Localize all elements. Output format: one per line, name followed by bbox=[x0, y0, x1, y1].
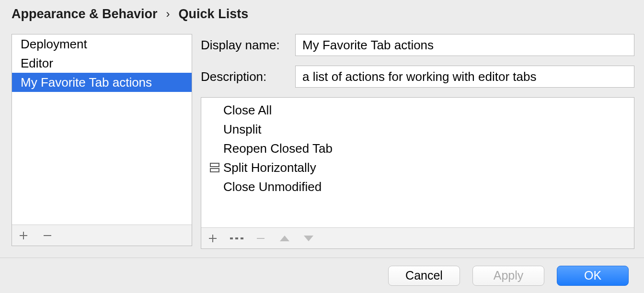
breadcrumb-current: Quick Lists bbox=[179, 7, 249, 22]
action-item-reopen-closed-tab[interactable]: Reopen Closed Tab bbox=[201, 139, 634, 158]
quick-list-item-deployment[interactable]: Deployment bbox=[12, 34, 192, 54]
list-item-label: My Favorite Tab actions bbox=[21, 75, 152, 90]
quick-list-details: Display name: Description: Close All Uns… bbox=[201, 34, 634, 246]
list-item-label: Editor bbox=[21, 56, 53, 71]
actions-panel: Close All Unsplit Reopen Closed Tab bbox=[201, 97, 634, 249]
display-name-row: Display name: bbox=[201, 34, 634, 56]
move-down-button[interactable] bbox=[302, 232, 315, 245]
svg-rect-3 bbox=[235, 237, 238, 239]
action-item-label: Unsplit bbox=[223, 122, 261, 137]
action-item-unsplit[interactable]: Unsplit bbox=[201, 120, 634, 139]
remove-quick-list-button[interactable] bbox=[41, 229, 54, 242]
chevron-right-icon: › bbox=[166, 7, 170, 21]
svg-rect-4 bbox=[241, 237, 243, 239]
ok-button[interactable]: OK bbox=[557, 266, 629, 286]
breadcrumb: Appearance & Behavior › Quick Lists bbox=[12, 7, 248, 22]
action-item-label: Close All bbox=[223, 103, 272, 118]
button-label: OK bbox=[584, 269, 601, 282]
remove-action-button[interactable] bbox=[254, 232, 267, 245]
arrow-up-icon bbox=[279, 235, 290, 242]
quick-lists-toolbar bbox=[12, 225, 192, 246]
button-label: Cancel bbox=[405, 269, 443, 282]
dialog-button-bar: Cancel Apply OK bbox=[0, 258, 644, 293]
add-separator-button[interactable] bbox=[230, 232, 243, 245]
split-horizontal-icon bbox=[206, 162, 223, 173]
quick-lists: Deployment Editor My Favorite Tab action… bbox=[12, 34, 192, 225]
plus-icon bbox=[208, 234, 218, 243]
description-label: Description: bbox=[201, 69, 295, 84]
svg-rect-0 bbox=[210, 163, 219, 167]
plus-icon bbox=[19, 231, 28, 240]
action-item-close-all[interactable]: Close All bbox=[201, 101, 634, 120]
description-input[interactable] bbox=[295, 66, 634, 88]
apply-button[interactable]: Apply bbox=[472, 266, 544, 286]
action-item-label: Split Horizontally bbox=[223, 160, 316, 175]
minus-icon bbox=[43, 231, 52, 240]
arrow-down-icon bbox=[303, 235, 314, 242]
minus-icon bbox=[256, 234, 265, 243]
add-quick-list-button[interactable] bbox=[17, 229, 30, 242]
actions-toolbar bbox=[201, 227, 634, 248]
quick-list-item-my-favorite-tab-actions[interactable]: My Favorite Tab actions bbox=[12, 73, 192, 92]
action-item-label: Close Unmodified bbox=[223, 180, 322, 194]
list-item-label: Deployment bbox=[21, 37, 87, 52]
move-up-button[interactable] bbox=[278, 232, 291, 245]
quick-list-item-editor[interactable]: Editor bbox=[12, 54, 192, 73]
cancel-button[interactable]: Cancel bbox=[388, 266, 460, 286]
description-row: Description: bbox=[201, 66, 634, 88]
svg-rect-2 bbox=[230, 237, 233, 239]
action-item-label: Reopen Closed Tab bbox=[223, 141, 333, 156]
button-label: Apply bbox=[494, 269, 524, 282]
svg-rect-1 bbox=[210, 169, 219, 172]
actions-list: Close All Unsplit Reopen Closed Tab bbox=[201, 98, 634, 227]
add-action-button[interactable] bbox=[206, 232, 219, 245]
action-item-close-unmodified[interactable]: Close Unmodified bbox=[201, 177, 634, 196]
breadcrumb-parent[interactable]: Appearance & Behavior bbox=[12, 7, 158, 22]
action-item-split-horizontally[interactable]: Split Horizontally bbox=[201, 158, 634, 177]
separator-icon bbox=[230, 234, 243, 243]
quick-lists-panel: Deployment Editor My Favorite Tab action… bbox=[12, 34, 192, 246]
display-name-label: Display name: bbox=[201, 38, 295, 53]
display-name-input[interactable] bbox=[295, 34, 634, 56]
